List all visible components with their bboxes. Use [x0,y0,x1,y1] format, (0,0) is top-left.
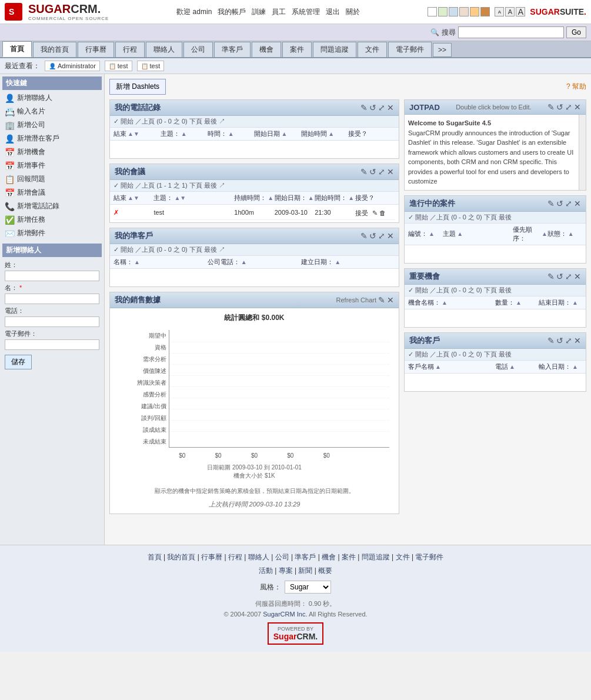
nav-training[interactable]: 訓練 [252,7,266,17]
sidebar-item-report-issue[interactable]: 📋 回報問題 [2,172,102,186]
sales-edit-btn[interactable]: ✎ [378,295,385,305]
sort-arrow[interactable]: ▲▼ [128,131,139,137]
sort-arrow[interactable]: ▲ [281,131,287,137]
edit-icon[interactable]: ✎ [372,209,378,216]
active-cases-close-btn[interactable]: ✕ [574,199,581,208]
leads-edit-btn[interactable]: ✎ [360,231,368,241]
nav-admin[interactable]: 系統管理 [292,7,320,17]
sidebar-item-add-company[interactable]: 🏢 新增公司 [2,118,102,132]
sidebar-item-add-lead[interactable]: 👤 新增潛在客戶 [2,132,102,145]
meetings-close-btn[interactable]: ✕ [387,167,394,176]
leads-close-btn[interactable]: ✕ [387,231,394,241]
sort-arrow[interactable]: ▲ [516,299,522,306]
sort-arrow[interactable]: ▲ [241,259,247,265]
footer-link-home[interactable]: 首頁 [148,553,162,561]
sidebar-item-add-email[interactable]: ✉️ 新增郵件 [2,226,102,240]
tab-home[interactable]: 首頁 [2,41,32,57]
font-medium-btn[interactable]: A [505,7,515,16]
first-name-input[interactable] [5,294,99,304]
meetings-refresh-btn[interactable]: ↺ [369,167,376,176]
search-button[interactable]: Go [566,26,586,38]
sort-arrow[interactable]: ▲ [429,231,435,237]
phone-input[interactable] [5,316,99,327]
jotpad-body[interactable]: Welcome to SugarSuite 4.5 SugarCRM proud… [405,115,579,190]
customers-edit-btn[interactable]: ✎ [547,336,555,345]
color-btn-green[interactable] [438,7,448,16]
sort-arrow[interactable]: ▲ [568,231,574,237]
meetings-cell-subject[interactable]: test [153,209,234,218]
nav-my-account[interactable]: 我的帳戶 [218,7,246,17]
active-cases-resize-btn[interactable]: ⤢ [565,199,572,208]
jotpad-edit-btn[interactable]: ✎ [547,102,555,112]
footer-link-opp[interactable]: 機會 [322,553,336,561]
sort-arrow[interactable]: ▲ [442,299,448,306]
color-btn-peach[interactable] [459,7,469,16]
tab-cases[interactable]: 案件 [282,42,312,57]
add-dashlets-button[interactable]: 新增 Dashlets [109,79,166,95]
sales-close-btn[interactable]: ✕ [387,295,394,305]
sidebar-item-add-opportunity[interactable]: 📅 新增機會 [2,145,102,159]
sort-arrow[interactable]: ▲▼ [174,195,186,201]
color-btn-blue[interactable] [449,7,458,16]
footer-link-issues[interactable]: 問題追蹤 [362,553,390,561]
footer-link-cases[interactable]: 案件 [342,553,356,561]
style-select[interactable]: Sugar [285,581,331,594]
tab-issues[interactable]: 問題追蹤 [313,42,356,57]
customers-resize-btn[interactable]: ⤢ [565,336,572,345]
recent-item-2[interactable]: 📋 test [137,61,165,71]
jotpad-scrollbar[interactable] [579,115,586,190]
tab-more[interactable]: >> [433,43,452,57]
tab-calendar[interactable]: 行事曆 [78,42,114,57]
color-btn-orange[interactable] [470,7,479,16]
customers-close-btn[interactable]: ✕ [574,336,581,345]
sugarcrm-link[interactable]: SugarCRM Inc. [263,611,307,618]
tab-my-home[interactable]: 我的首頁 [33,42,76,57]
sort-arrow[interactable]: ▲ [542,231,547,237]
search-input[interactable] [458,26,564,38]
meetings-resize-btn[interactable]: ⤢ [378,167,385,176]
sort-arrow[interactable]: ▲ [134,259,140,265]
sort-arrow[interactable]: ▲ [181,131,187,137]
footer-link-docs[interactable]: 文件 [396,553,410,561]
color-btn-white[interactable] [428,7,437,16]
active-cases-edit-btn[interactable]: ✎ [547,199,555,208]
sidebar-item-import-card[interactable]: 📇 輸入名片 [2,105,102,118]
footer-link-schedule[interactable]: 行程 [228,553,242,561]
sort-arrow[interactable]: ▲ [348,195,354,201]
opp-edit-btn[interactable]: ✎ [547,272,555,281]
tab-opportunities[interactable]: 機會 [252,42,281,57]
leads-refresh-btn[interactable]: ↺ [369,231,376,241]
footer-link-activity[interactable]: 活動 [259,566,273,575]
sort-arrow[interactable]: ▲ [268,195,273,201]
tab-email[interactable]: 電子郵件 [388,42,432,57]
opp-resize-btn[interactable]: ⤢ [565,272,572,281]
jotpad-resize-btn[interactable]: ⤢ [565,102,572,112]
sidebar-item-add-meeting[interactable]: 📅 新增會議 [2,186,102,199]
sort-arrow[interactable]: ▲ [457,231,463,237]
tab-contacts[interactable]: 聯絡人 [146,42,182,57]
tab-leads[interactable]: 準客戶 [214,42,251,57]
help-link[interactable]: ? 幫助 [566,82,586,92]
sort-arrow[interactable]: ▲▼ [128,195,139,201]
jotpad-refresh-btn[interactable]: ↺ [556,102,563,112]
nav-staff[interactable]: 員工 [272,7,286,17]
jotpad-close-btn[interactable]: ✕ [574,102,581,112]
footer-link-news[interactable]: 新聞 [298,566,312,575]
recent-item-0[interactable]: 👤 Administrator [45,61,100,71]
font-small-btn[interactable]: A [495,7,504,16]
tab-company[interactable]: 公司 [183,42,213,57]
meetings-edit-btn[interactable]: ✎ [360,167,368,176]
customers-refresh-btn[interactable]: ↺ [556,336,563,345]
sort-arrow[interactable]: ▲ [572,299,578,306]
sidebar-item-add-contact[interactable]: 👤 新增聯絡人 [2,91,102,105]
sort-arrow[interactable]: ▲ [509,364,515,370]
delete-icon[interactable]: 🗑 [379,209,386,216]
sort-arrow[interactable]: ▲ [328,131,334,137]
phone-log-refresh-btn[interactable]: ↺ [369,103,376,112]
footer-link-leads[interactable]: 準客戶 [295,553,316,561]
sidebar-save-button[interactable]: 儲存 [5,355,32,369]
footer-link-company[interactable]: 公司 [275,553,289,561]
sort-arrow[interactable]: ▲ [435,364,441,370]
sort-arrow[interactable]: ▲ [308,195,314,201]
last-name-input[interactable] [5,271,99,281]
